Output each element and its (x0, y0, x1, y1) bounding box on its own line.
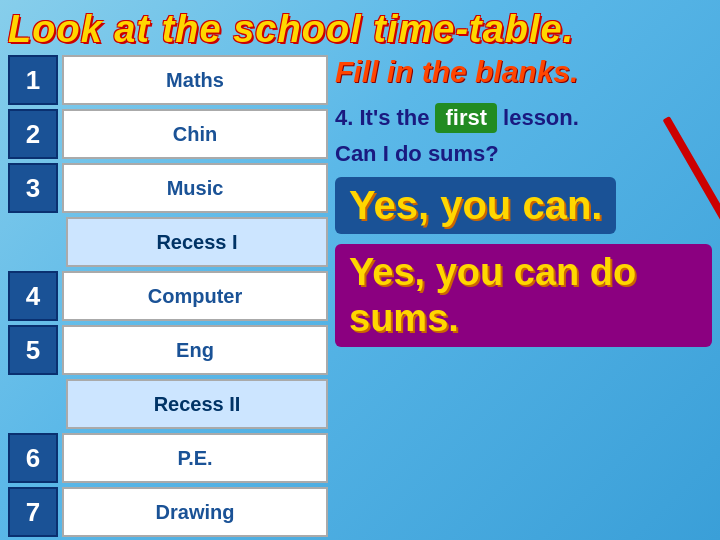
subject-cell: Eng (62, 325, 328, 375)
subject-cell: P.E. (62, 433, 328, 483)
page-title: Look at the school time-table. (8, 8, 712, 51)
row-number: 5 (8, 325, 58, 375)
table-row: 2Chin (8, 109, 328, 159)
q4-answer-box: first (435, 103, 497, 133)
answer1: Yes, you can. (335, 177, 616, 234)
table-row: 3Music (8, 163, 328, 213)
table-row: 4Computer (8, 271, 328, 321)
question-4: 4. It's the first lesson. (335, 103, 712, 133)
q4-suffix: lesson. (503, 105, 579, 131)
table-row: Recess I (8, 217, 328, 267)
subject-cell: Drawing (62, 487, 328, 537)
timetable: 1Maths2Chin3MusicRecess I4Computer5EngRe… (8, 55, 328, 540)
row-number: 7 (8, 487, 58, 537)
answer2: Yes, you can do sums. (335, 244, 712, 347)
subject-cell: Chin (62, 109, 328, 159)
table-row: 6P.E. (8, 433, 328, 483)
table-row: 7Drawing (8, 487, 328, 537)
subject-cell: Recess II (66, 379, 328, 429)
row-number: 2 (8, 109, 58, 159)
fill-blanks-title: Fill in the blanks. (335, 55, 712, 89)
table-row: 5Eng (8, 325, 328, 375)
subject-cell: Recess I (66, 217, 328, 267)
can-i-question: Can I do sums? (335, 141, 712, 167)
row-number: 4 (8, 271, 58, 321)
q4-prefix: 4. It's the (335, 105, 429, 131)
subject-cell: Maths (62, 55, 328, 105)
row-number: 1 (8, 55, 58, 105)
row-number: 3 (8, 163, 58, 213)
row-number: 6 (8, 433, 58, 483)
right-panel: Fill in the blanks. 4. It's the first le… (335, 55, 712, 347)
table-row: 1Maths (8, 55, 328, 105)
subject-cell: Computer (62, 271, 328, 321)
subject-cell: Music (62, 163, 328, 213)
table-row: Recess II (8, 379, 328, 429)
